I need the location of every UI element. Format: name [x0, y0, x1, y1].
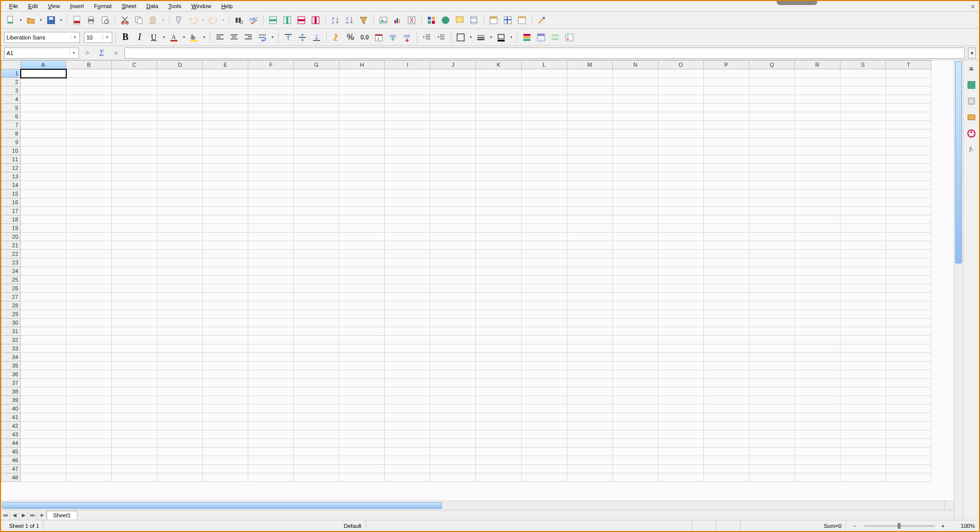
sidebar-gallery-icon[interactable]: [966, 112, 977, 123]
cell-P23[interactable]: [703, 258, 749, 267]
cell-Q15[interactable]: [749, 190, 794, 198]
cell-H21[interactable]: [339, 241, 385, 250]
cell-M47[interactable]: [567, 465, 612, 473]
cell-N10[interactable]: [612, 147, 658, 155]
cell-R29[interactable]: [794, 310, 840, 319]
menu-format[interactable]: Format: [90, 2, 116, 10]
cell-P12[interactable]: [703, 164, 749, 172]
cell-G7[interactable]: [294, 121, 339, 129]
cell-C16[interactable]: [112, 198, 157, 207]
cell-N26[interactable]: [612, 284, 658, 293]
cell-O26[interactable]: [658, 284, 703, 293]
cell-Q31[interactable]: [749, 327, 794, 336]
cell-Q28[interactable]: [749, 301, 794, 310]
cell-C48[interactable]: [112, 473, 157, 482]
cell-Q4[interactable]: [749, 95, 794, 104]
cell-P30[interactable]: [703, 319, 749, 327]
cell-B31[interactable]: [66, 327, 112, 336]
copy-button[interactable]: [132, 14, 146, 27]
cell-Q9[interactable]: [749, 138, 794, 147]
cell-G40[interactable]: [294, 405, 339, 413]
cell-N17[interactable]: [612, 207, 658, 215]
cell-T1[interactable]: [885, 69, 931, 78]
cell-G35[interactable]: [294, 362, 339, 370]
cell-J26[interactable]: [430, 284, 476, 293]
cell-G13[interactable]: [294, 172, 339, 181]
cell-O45[interactable]: [658, 448, 703, 456]
cell-L21[interactable]: [521, 241, 567, 250]
column-header-E[interactable]: E: [203, 61, 248, 69]
cell-B3[interactable]: [66, 86, 112, 95]
cell-K18[interactable]: [476, 215, 521, 224]
cell-J11[interactable]: [430, 155, 476, 164]
insert-row-button[interactable]: [266, 14, 280, 27]
cell-O11[interactable]: [658, 155, 703, 164]
row-header-42[interactable]: 42: [2, 422, 21, 430]
cell-D47[interactable]: [157, 465, 203, 473]
cell-C14[interactable]: [112, 181, 157, 190]
cell-B22[interactable]: [66, 250, 112, 258]
cell-B33[interactable]: [66, 344, 112, 353]
cell-S17[interactable]: [840, 207, 885, 215]
cell-A18[interactable]: [21, 215, 66, 224]
cell-F11[interactable]: [248, 155, 294, 164]
cell-B37[interactable]: [66, 379, 112, 387]
add-sheet-button[interactable]: +: [37, 510, 47, 520]
cell-G18[interactable]: [294, 215, 339, 224]
cell-T16[interactable]: [885, 198, 931, 207]
cell-C44[interactable]: [112, 439, 157, 448]
cell-N44[interactable]: [612, 439, 658, 448]
cell-M36[interactable]: [567, 370, 612, 379]
cell-J31[interactable]: [430, 327, 476, 336]
cell-G39[interactable]: [294, 396, 339, 405]
row-header-3[interactable]: 3: [2, 86, 21, 95]
cell-P11[interactable]: [703, 155, 749, 164]
cell-D3[interactable]: [157, 86, 203, 95]
cell-K26[interactable]: [476, 284, 521, 293]
cell-P45[interactable]: [703, 448, 749, 456]
row-header-22[interactable]: 22: [2, 250, 21, 258]
cell-G33[interactable]: [294, 344, 339, 353]
cell-M9[interactable]: [567, 138, 612, 147]
align-vcenter-button[interactable]: [296, 31, 309, 44]
cell-C4[interactable]: [112, 95, 157, 104]
cell-H47[interactable]: [339, 465, 385, 473]
menu-file[interactable]: File: [5, 2, 22, 10]
cell-M2[interactable]: [567, 78, 612, 86]
cell-D30[interactable]: [157, 319, 203, 327]
cell-C42[interactable]: [112, 422, 157, 430]
cell-Q38[interactable]: [749, 387, 794, 396]
cell-S30[interactable]: [840, 319, 885, 327]
cell-D34[interactable]: [157, 353, 203, 362]
cell-J3[interactable]: [430, 86, 476, 95]
cell-R30[interactable]: [794, 319, 840, 327]
cell-K27[interactable]: [476, 293, 521, 301]
cell-F8[interactable]: [248, 129, 294, 138]
cell-Q36[interactable]: [749, 370, 794, 379]
formula-input[interactable]: [124, 48, 965, 59]
row-header-28[interactable]: 28: [2, 301, 21, 310]
cell-H1[interactable]: [339, 69, 385, 78]
cell-H3[interactable]: [339, 86, 385, 95]
cell-D38[interactable]: [157, 387, 203, 396]
cell-G21[interactable]: [294, 241, 339, 250]
column-header-F[interactable]: F: [248, 61, 294, 69]
percent-button[interactable]: %: [344, 31, 357, 44]
cell-O15[interactable]: [658, 190, 703, 198]
cell-R39[interactable]: [794, 396, 840, 405]
highlight-color-button[interactable]: [188, 31, 201, 44]
cell-E25[interactable]: [203, 276, 248, 284]
cell-P44[interactable]: [703, 439, 749, 448]
cell-C5[interactable]: [112, 104, 157, 112]
cell-D7[interactable]: [157, 121, 203, 129]
cell-M7[interactable]: [567, 121, 612, 129]
cell-B36[interactable]: [66, 370, 112, 379]
align-right-button[interactable]: [242, 31, 255, 44]
cell-J30[interactable]: [430, 319, 476, 327]
cell-H45[interactable]: [339, 448, 385, 456]
cell-K25[interactable]: [476, 276, 521, 284]
cell-G6[interactable]: [294, 112, 339, 121]
hscroll-track[interactable]: [1, 501, 945, 510]
cell-G31[interactable]: [294, 327, 339, 336]
cell-J43[interactable]: [430, 430, 476, 439]
